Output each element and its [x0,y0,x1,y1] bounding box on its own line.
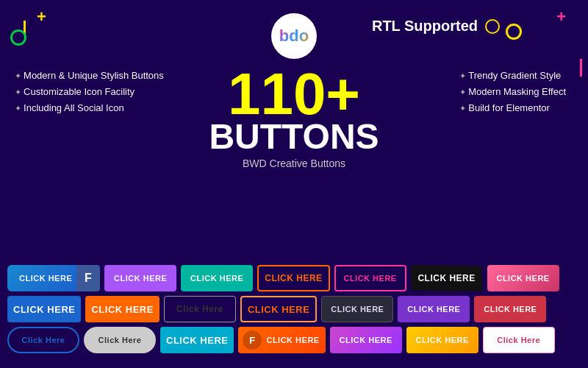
btn-orange-text[interactable]: CLICK HERE [240,296,317,322]
btn-teal[interactable]: Click Here [181,265,253,291]
btn-white-outline[interactable]: Click Here [164,296,236,322]
logo-text: bdo [279,26,309,46]
feature-item-5: Modern Masking Effect [459,84,566,100]
btn-blue-solid[interactable]: CLICK HERE [7,296,81,322]
btn-gray-pill[interactable]: Click Here [84,327,156,353]
logo: bdo [271,13,317,59]
features-left: Modern & Unique Stylish Buttons Customiz… [15,68,164,116]
btn-pink-outline[interactable]: Click Here [334,265,406,291]
btn-orange-outline[interactable]: CLICK HERE [257,265,329,291]
feature-item-6: Build for Elementor [459,100,566,116]
feature-item-2: Customizable Icon Facility [15,84,164,100]
btn-yellow-gradient[interactable]: CLICK HERE [406,327,478,353]
subtitle: BWD Creative Buttons [243,158,345,169]
feature-item-3: Including All Social Icon [15,100,164,116]
rtl-circle-icon [485,19,500,34]
btn-orange-fb-label: CLICK HERE [266,336,319,344]
btn-purple-solid[interactable]: Click Here [398,296,470,322]
button-row-2: CLICK HERE CLICK HERE Click Here CLICK H… [7,296,581,322]
btn-pink-solid[interactable]: CLICK HERE [330,327,402,353]
facebook-icon: f [76,265,100,291]
btn-pink-gradient[interactable]: Click Here [487,265,559,291]
btn-purple-outline[interactable]: Click Here [104,265,176,291]
btn-dark-brush[interactable]: Click Here [411,265,483,291]
feature-item-1: Modern & Unique Stylish Buttons [15,68,164,84]
btn-orange-fb[interactable]: f CLICK HERE [238,327,325,353]
features-right: Trendy Gradient Style Modern Masking Eff… [459,68,566,116]
btn-dark-outline[interactable]: CLICK HERE [321,296,393,322]
button-row-1: Click Here f Click Here Click Here CLICK… [7,265,581,291]
btn-blue-fb-label: Click Here [13,274,72,283]
facebook-icon-2: f [243,330,262,350]
rtl-supported-label: RTL Supported [372,18,500,35]
btn-orange-solid[interactable]: CLICK HERE [85,296,159,322]
btn-white-border[interactable]: Click Here [7,327,79,353]
main-label: BUTTONS [209,119,379,155]
btn-white-pink[interactable]: Click Here [483,327,555,353]
buttons-section: Click Here f Click Here Click Here CLICK… [7,265,581,358]
feature-item-4: Trendy Gradient Style [459,68,566,84]
btn-blue-fb[interactable]: Click Here f [7,265,100,291]
btn-cyan-solid[interactable]: CLICK HERE [160,327,234,353]
btn-dark-red[interactable]: Click Here [474,296,546,322]
button-row-3: Click Here Click Here CLICK HERE f CLICK… [7,327,581,353]
main-number: 110+ [228,65,360,124]
